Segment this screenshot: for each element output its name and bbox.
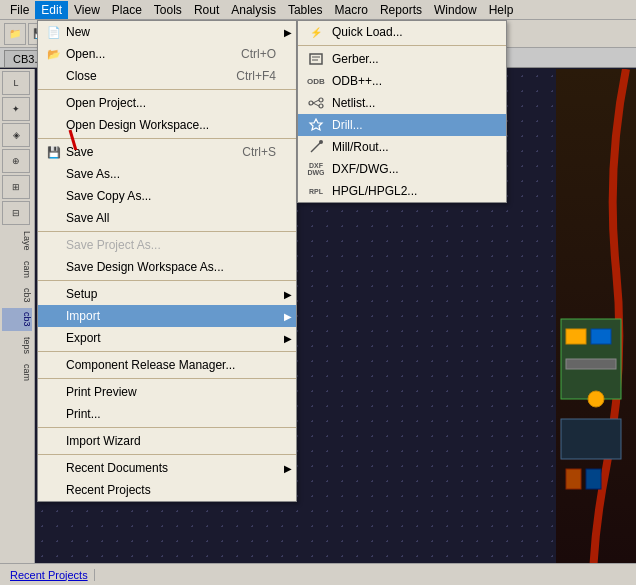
sidebar-btn-6[interactable]: ⊟ [2,201,30,225]
menu-window[interactable]: Window [428,1,483,19]
menu-open-workspace-label: Open Design Workspace... [66,118,276,132]
menu-close[interactable]: Close Ctrl+F4 [38,65,296,87]
menu-analysis[interactable]: Analysis [225,1,282,19]
drill-icon [306,117,326,133]
menu-print[interactable]: Print... [38,403,296,425]
submenu-odb[interactable]: ODB ODB++... [298,70,506,92]
menu-save-workspace-as[interactable]: Save Design Workspace As... [38,256,296,278]
menu-import[interactable]: Import ▶ [38,305,296,327]
export-icon [46,330,62,346]
statusbar: Recent Projects [0,563,636,585]
gerber-icon [306,51,326,67]
menu-import-wizard-label: Import Wizard [66,434,276,448]
svg-line-15 [313,103,319,106]
open-icon: 📂 [46,46,62,62]
menu-edit[interactable]: Edit [35,1,68,19]
toolbar-btn-1[interactable]: 📁 [4,23,26,45]
svg-rect-2 [591,329,611,344]
quick-load-label: Quick Load... [332,25,403,39]
submenu-dxf[interactable]: DXFDWG DXF/DWG... [298,158,506,180]
dxf-label: DXF/DWG... [332,162,399,176]
recent-docs-icon [46,460,62,476]
edit-dropdown[interactable]: 📄 New ▶ 📂 Open... Ctrl+O Close Ctrl+F4 O… [37,20,297,502]
odb-label: ODB++... [332,74,382,88]
svg-rect-7 [586,469,601,489]
sidebar-label-steps[interactable]: teps [2,333,32,358]
menu-file[interactable]: File [4,1,35,19]
menu-save-as-label: Save As... [66,167,276,181]
menu-close-shortcut: Ctrl+F4 [236,69,276,83]
submenu-mill-rout[interactable]: Mill/Rout... [298,136,506,158]
svg-point-4 [588,391,604,407]
import-submenu[interactable]: ⚡ Quick Load... Gerber... ODB ODB++... [297,20,507,203]
menu-print-label: Print... [66,407,276,421]
save-icon: 💾 [46,144,62,160]
odb-icon: ODB [306,73,326,89]
menu-print-preview[interactable]: Print Preview [38,381,296,403]
submenu-netlist[interactable]: Netlist... [298,92,506,114]
sep-1 [38,89,296,90]
menu-save-project-as[interactable]: Save Project As... [38,234,296,256]
menu-save-all[interactable]: Save All [38,207,296,229]
netlist-icon [306,95,326,111]
sep-8 [38,454,296,455]
sep-2 [38,138,296,139]
submenu-hpgl[interactable]: RPL HPGL/HPGL2... [298,180,506,202]
menu-reports[interactable]: Reports [374,1,428,19]
svg-point-11 [309,101,313,105]
menu-component-release[interactable]: Component Release Manager... [38,354,296,376]
sep-4 [38,280,296,281]
menu-open-workspace[interactable]: Open Design Workspace... [38,114,296,136]
menu-export[interactable]: Export ▶ [38,327,296,349]
menu-save[interactable]: 💾 Save Ctrl+S [38,141,296,163]
menu-recent-documents[interactable]: Recent Documents ▶ [38,457,296,479]
menubar: File Edit View Place Tools Rout Analysis… [0,0,636,20]
sidebar-label-layers[interactable]: Laye [2,227,32,255]
menu-save-copy-as[interactable]: Save Copy As... [38,185,296,207]
menu-recent-projects[interactable]: Recent Projects [38,479,296,501]
menu-import-label: Import [66,309,276,323]
sidebar-btn-4[interactable]: ⊕ [2,149,30,173]
menu-macro[interactable]: Macro [329,1,374,19]
save-workspace-icon [46,259,62,275]
sidebar-label-cam[interactable]: cam [2,257,32,282]
sidebar-label-cam2[interactable]: cam [2,360,32,385]
submenu-drill[interactable]: Drill... [298,114,506,136]
statusbar-recent-projects[interactable]: Recent Projects [4,569,95,581]
svg-point-12 [319,98,323,102]
recent-projects-icon [46,482,62,498]
menu-place[interactable]: Place [106,1,148,19]
menu-tables[interactable]: Tables [282,1,329,19]
recent-docs-arrow: ▶ [284,463,292,474]
gerber-label: Gerber... [332,52,379,66]
menu-open[interactable]: 📂 Open... Ctrl+O [38,43,296,65]
submenu-quick-load[interactable]: ⚡ Quick Load... [298,21,506,43]
svg-point-18 [319,140,323,144]
menu-rout[interactable]: Rout [188,1,225,19]
submenu-gerber[interactable]: Gerber... [298,48,506,70]
sidebar-btn-3[interactable]: ◈ [2,123,30,147]
pcb-artwork [556,69,636,563]
menu-import-wizard[interactable]: Import Wizard [38,430,296,452]
svg-line-14 [313,100,319,103]
menu-save-as[interactable]: Save As... [38,163,296,185]
sidebar-label-cb3[interactable]: cb3 [2,284,32,307]
menu-setup[interactable]: Setup ▶ [38,283,296,305]
menu-view[interactable]: View [68,1,106,19]
menu-new[interactable]: 📄 New ▶ [38,21,296,43]
print-icon [46,406,62,422]
menu-save-label: Save [66,145,222,159]
drill-label: Drill... [332,118,363,132]
menu-help[interactable]: Help [483,1,520,19]
sep-3 [38,231,296,232]
sidebar-btn-2[interactable]: ✦ [2,97,30,121]
new-arrow: ▶ [284,27,292,38]
svg-rect-3 [566,359,616,369]
sidebar-btn-5[interactable]: ⊞ [2,175,30,199]
menu-open-project[interactable]: Open Project... [38,92,296,114]
menu-tools[interactable]: Tools [148,1,188,19]
sep-6 [38,378,296,379]
sidebar-layers[interactable]: L [2,71,30,95]
sidebar-label-cb3b[interactable]: cb3 [2,308,32,331]
menu-recent-projects-label: Recent Projects [66,483,276,497]
